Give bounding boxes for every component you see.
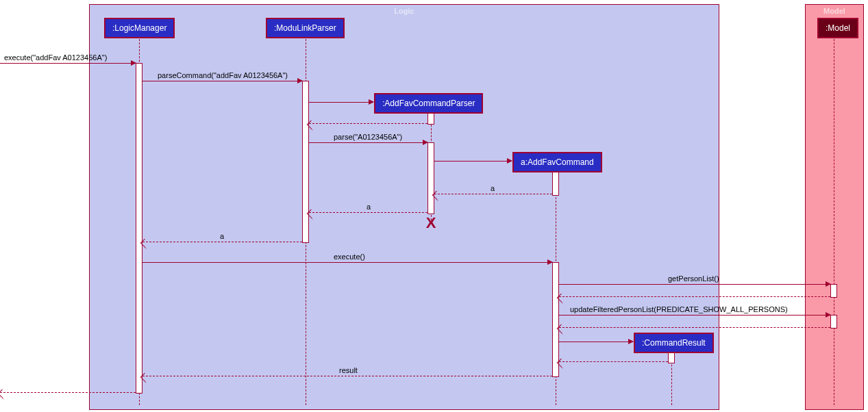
arrow-final-return (0, 392, 136, 393)
activation-model-2 (830, 315, 837, 329)
group-model-title: Model (823, 7, 845, 15)
arrow-return-update-filtered (559, 327, 830, 328)
arrow-return-a3 (142, 242, 302, 242)
participant-addfav-command: a:AddFavCommand (512, 152, 602, 172)
arrow-parse-command (142, 81, 302, 81)
label-parse: parse("A0123456A") (334, 133, 402, 141)
group-logic-title: Logic (394, 7, 414, 15)
group-logic: Logic (89, 4, 719, 410)
arrow-parse (309, 142, 427, 143)
activation-addfav-parser-2 (427, 142, 434, 214)
label-update-filtered: updateFilteredPersonList(PREDICATE_SHOW_… (570, 305, 788, 313)
arrow-return-create-parser (309, 123, 427, 124)
label-a2: a (367, 203, 371, 211)
label-parse-command: parseCommand("addFav A0123456A") (158, 71, 288, 79)
activation-modulink-parser (302, 81, 309, 243)
participant-modulink-parser: :ModuLinkParser (266, 18, 345, 38)
participant-model: :Model (817, 18, 858, 38)
label-a1: a (491, 184, 495, 192)
activation-logic-manager (136, 63, 142, 394)
arrow-return-get-person-list (559, 296, 830, 297)
destroy-addfav-parser: X (426, 214, 436, 232)
arrow-execute2 (142, 262, 552, 263)
arrow-execute1 (0, 63, 136, 64)
arrow-get-person-list (559, 284, 830, 285)
arrow-return-command-result (559, 361, 668, 362)
participant-command-result: :CommandResult (634, 333, 714, 353)
arrow-return-a1 (434, 194, 552, 194)
activation-model-1 (830, 284, 837, 298)
activation-addfav-command-1 (552, 170, 559, 196)
arrow-update-filtered (559, 315, 830, 316)
label-a3: a (220, 232, 224, 240)
label-result: result (339, 366, 358, 374)
arrow-create-addfav-command (434, 161, 512, 162)
participant-logic-manager: :LogicManager (104, 18, 175, 38)
participant-addfav-command-parser: :AddFavCommandParser (374, 93, 483, 114)
label-get-person-list: getPersonList() (668, 274, 719, 283)
group-model: Model (805, 4, 864, 410)
arrow-create-command-result (559, 342, 633, 342)
arrow-result (142, 376, 552, 376)
activation-addfav-command-2 (552, 262, 559, 377)
label-execute2: execute() (334, 253, 365, 261)
lifeline-model (834, 36, 834, 405)
arrow-return-a2 (309, 212, 427, 213)
label-execute1: execute("addFav A0123456A") (4, 53, 107, 62)
arrow-create-addfav-parser (309, 102, 373, 103)
